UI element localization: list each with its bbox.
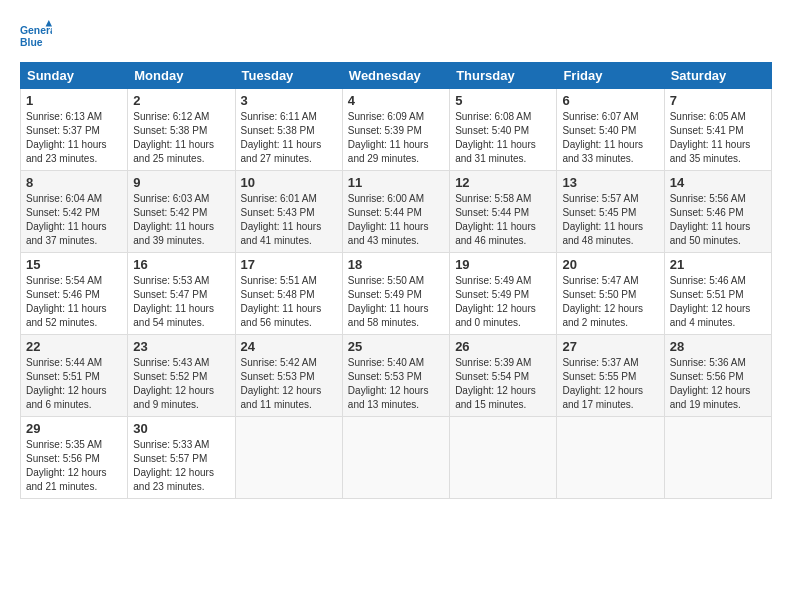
calendar-day-header: Tuesday	[235, 63, 342, 89]
cell-info: Sunrise: 6:03 AMSunset: 5:42 PMDaylight:…	[133, 192, 229, 248]
day-number: 19	[455, 257, 551, 272]
calendar-cell: 18Sunrise: 5:50 AMSunset: 5:49 PMDayligh…	[342, 253, 449, 335]
day-number: 24	[241, 339, 337, 354]
cell-info: Sunrise: 5:35 AMSunset: 5:56 PMDaylight:…	[26, 438, 122, 494]
calendar-cell: 8Sunrise: 6:04 AMSunset: 5:42 PMDaylight…	[21, 171, 128, 253]
cell-info: Sunrise: 6:01 AMSunset: 5:43 PMDaylight:…	[241, 192, 337, 248]
day-number: 9	[133, 175, 229, 190]
calendar-cell: 5Sunrise: 6:08 AMSunset: 5:40 PMDaylight…	[450, 89, 557, 171]
cell-info: Sunrise: 5:46 AMSunset: 5:51 PMDaylight:…	[670, 274, 766, 330]
calendar-cell: 13Sunrise: 5:57 AMSunset: 5:45 PMDayligh…	[557, 171, 664, 253]
day-number: 14	[670, 175, 766, 190]
day-number: 5	[455, 93, 551, 108]
calendar-week-row: 29Sunrise: 5:35 AMSunset: 5:56 PMDayligh…	[21, 417, 772, 499]
calendar-cell: 24Sunrise: 5:42 AMSunset: 5:53 PMDayligh…	[235, 335, 342, 417]
cell-info: Sunrise: 5:54 AMSunset: 5:46 PMDaylight:…	[26, 274, 122, 330]
calendar-week-row: 1Sunrise: 6:13 AMSunset: 5:37 PMDaylight…	[21, 89, 772, 171]
calendar-day-header: Monday	[128, 63, 235, 89]
calendar-day-header: Thursday	[450, 63, 557, 89]
day-number: 27	[562, 339, 658, 354]
calendar-cell: 9Sunrise: 6:03 AMSunset: 5:42 PMDaylight…	[128, 171, 235, 253]
cell-info: Sunrise: 5:57 AMSunset: 5:45 PMDaylight:…	[562, 192, 658, 248]
calendar-cell: 22Sunrise: 5:44 AMSunset: 5:51 PMDayligh…	[21, 335, 128, 417]
day-number: 15	[26, 257, 122, 272]
calendar-day-header: Saturday	[664, 63, 771, 89]
calendar-week-row: 22Sunrise: 5:44 AMSunset: 5:51 PMDayligh…	[21, 335, 772, 417]
calendar-cell: 25Sunrise: 5:40 AMSunset: 5:53 PMDayligh…	[342, 335, 449, 417]
calendar-cell: 30Sunrise: 5:33 AMSunset: 5:57 PMDayligh…	[128, 417, 235, 499]
svg-marker-2	[46, 20, 52, 26]
day-number: 25	[348, 339, 444, 354]
cell-info: Sunrise: 5:42 AMSunset: 5:53 PMDaylight:…	[241, 356, 337, 412]
cell-info: Sunrise: 6:05 AMSunset: 5:41 PMDaylight:…	[670, 110, 766, 166]
svg-text:Blue: Blue	[20, 37, 43, 48]
day-number: 4	[348, 93, 444, 108]
cell-info: Sunrise: 6:04 AMSunset: 5:42 PMDaylight:…	[26, 192, 122, 248]
calendar-cell	[342, 417, 449, 499]
cell-info: Sunrise: 6:00 AMSunset: 5:44 PMDaylight:…	[348, 192, 444, 248]
calendar-cell: 16Sunrise: 5:53 AMSunset: 5:47 PMDayligh…	[128, 253, 235, 335]
cell-info: Sunrise: 5:39 AMSunset: 5:54 PMDaylight:…	[455, 356, 551, 412]
day-number: 2	[133, 93, 229, 108]
day-number: 30	[133, 421, 229, 436]
calendar-table: SundayMondayTuesdayWednesdayThursdayFrid…	[20, 62, 772, 499]
day-number: 21	[670, 257, 766, 272]
calendar-cell: 7Sunrise: 6:05 AMSunset: 5:41 PMDaylight…	[664, 89, 771, 171]
cell-info: Sunrise: 5:36 AMSunset: 5:56 PMDaylight:…	[670, 356, 766, 412]
cell-info: Sunrise: 6:13 AMSunset: 5:37 PMDaylight:…	[26, 110, 122, 166]
day-number: 13	[562, 175, 658, 190]
calendar-cell: 28Sunrise: 5:36 AMSunset: 5:56 PMDayligh…	[664, 335, 771, 417]
day-number: 7	[670, 93, 766, 108]
day-number: 11	[348, 175, 444, 190]
cell-info: Sunrise: 5:56 AMSunset: 5:46 PMDaylight:…	[670, 192, 766, 248]
calendar-cell	[235, 417, 342, 499]
day-number: 22	[26, 339, 122, 354]
cell-info: Sunrise: 6:07 AMSunset: 5:40 PMDaylight:…	[562, 110, 658, 166]
day-number: 6	[562, 93, 658, 108]
cell-info: Sunrise: 5:58 AMSunset: 5:44 PMDaylight:…	[455, 192, 551, 248]
calendar-cell: 11Sunrise: 6:00 AMSunset: 5:44 PMDayligh…	[342, 171, 449, 253]
cell-info: Sunrise: 6:08 AMSunset: 5:40 PMDaylight:…	[455, 110, 551, 166]
calendar-header-row: SundayMondayTuesdayWednesdayThursdayFrid…	[21, 63, 772, 89]
cell-info: Sunrise: 5:47 AMSunset: 5:50 PMDaylight:…	[562, 274, 658, 330]
cell-info: Sunrise: 5:50 AMSunset: 5:49 PMDaylight:…	[348, 274, 444, 330]
calendar-cell: 19Sunrise: 5:49 AMSunset: 5:49 PMDayligh…	[450, 253, 557, 335]
calendar-cell: 21Sunrise: 5:46 AMSunset: 5:51 PMDayligh…	[664, 253, 771, 335]
cell-info: Sunrise: 5:33 AMSunset: 5:57 PMDaylight:…	[133, 438, 229, 494]
day-number: 18	[348, 257, 444, 272]
calendar-week-row: 15Sunrise: 5:54 AMSunset: 5:46 PMDayligh…	[21, 253, 772, 335]
logo: General Blue	[20, 20, 52, 52]
calendar-cell: 23Sunrise: 5:43 AMSunset: 5:52 PMDayligh…	[128, 335, 235, 417]
calendar-week-row: 8Sunrise: 6:04 AMSunset: 5:42 PMDaylight…	[21, 171, 772, 253]
calendar-cell: 29Sunrise: 5:35 AMSunset: 5:56 PMDayligh…	[21, 417, 128, 499]
calendar-cell	[664, 417, 771, 499]
calendar-cell: 20Sunrise: 5:47 AMSunset: 5:50 PMDayligh…	[557, 253, 664, 335]
calendar-cell: 17Sunrise: 5:51 AMSunset: 5:48 PMDayligh…	[235, 253, 342, 335]
calendar-cell: 12Sunrise: 5:58 AMSunset: 5:44 PMDayligh…	[450, 171, 557, 253]
calendar-day-header: Sunday	[21, 63, 128, 89]
calendar-cell	[450, 417, 557, 499]
calendar-cell: 1Sunrise: 6:13 AMSunset: 5:37 PMDaylight…	[21, 89, 128, 171]
cell-info: Sunrise: 6:09 AMSunset: 5:39 PMDaylight:…	[348, 110, 444, 166]
cell-info: Sunrise: 6:12 AMSunset: 5:38 PMDaylight:…	[133, 110, 229, 166]
day-number: 12	[455, 175, 551, 190]
calendar-cell: 15Sunrise: 5:54 AMSunset: 5:46 PMDayligh…	[21, 253, 128, 335]
cell-info: Sunrise: 5:44 AMSunset: 5:51 PMDaylight:…	[26, 356, 122, 412]
calendar-cell: 14Sunrise: 5:56 AMSunset: 5:46 PMDayligh…	[664, 171, 771, 253]
day-number: 16	[133, 257, 229, 272]
calendar-cell: 6Sunrise: 6:07 AMSunset: 5:40 PMDaylight…	[557, 89, 664, 171]
calendar-cell	[557, 417, 664, 499]
day-number: 3	[241, 93, 337, 108]
calendar-cell: 10Sunrise: 6:01 AMSunset: 5:43 PMDayligh…	[235, 171, 342, 253]
calendar-cell: 27Sunrise: 5:37 AMSunset: 5:55 PMDayligh…	[557, 335, 664, 417]
cell-info: Sunrise: 5:53 AMSunset: 5:47 PMDaylight:…	[133, 274, 229, 330]
calendar-cell: 4Sunrise: 6:09 AMSunset: 5:39 PMDaylight…	[342, 89, 449, 171]
cell-info: Sunrise: 5:37 AMSunset: 5:55 PMDaylight:…	[562, 356, 658, 412]
calendar-day-header: Wednesday	[342, 63, 449, 89]
day-number: 28	[670, 339, 766, 354]
page-header: General Blue	[20, 20, 772, 52]
day-number: 20	[562, 257, 658, 272]
cell-info: Sunrise: 5:40 AMSunset: 5:53 PMDaylight:…	[348, 356, 444, 412]
svg-text:General: General	[20, 25, 52, 36]
day-number: 23	[133, 339, 229, 354]
